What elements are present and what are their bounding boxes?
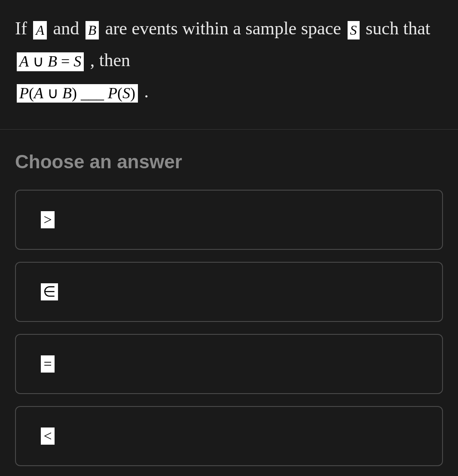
math-var-s: S	[348, 21, 360, 39]
question-text-part-5: , then	[90, 50, 130, 70]
math-var-b: B	[85, 21, 99, 39]
question-text-part-6: .	[144, 82, 149, 101]
answer-option-greater-than[interactable]: >	[15, 190, 443, 250]
math-symbol-equals: =	[41, 355, 55, 373]
answer-options-list: > ∈ = <	[15, 190, 443, 466]
answer-option-less-than[interactable]: <	[15, 406, 443, 466]
math-probability-blank: P(A ∪ B) ___ P(S)	[17, 84, 138, 103]
math-symbol-element-of: ∈	[41, 283, 58, 300]
question-text-part-2: and	[53, 18, 84, 38]
math-union-equation: A ∪ B = S	[17, 52, 84, 71]
math-symbol-greater-than: >	[41, 211, 55, 228]
math-symbol-less-than: <	[41, 427, 55, 445]
question-text: If A and B are events within a sample sp…	[15, 13, 443, 108]
answer-heading: Choose an answer	[15, 151, 443, 173]
question-text-part-1: If	[15, 18, 31, 38]
question-section: If A and B are events within a sample sp…	[0, 0, 458, 129]
answer-option-element-of[interactable]: ∈	[15, 262, 443, 322]
answer-section: Choose an answer > ∈ = <	[0, 130, 458, 476]
question-text-part-3: are events within a sample space	[105, 18, 346, 38]
math-var-a: A	[33, 21, 47, 39]
answer-option-equals[interactable]: =	[15, 334, 443, 394]
question-text-part-4: such that	[366, 18, 430, 38]
